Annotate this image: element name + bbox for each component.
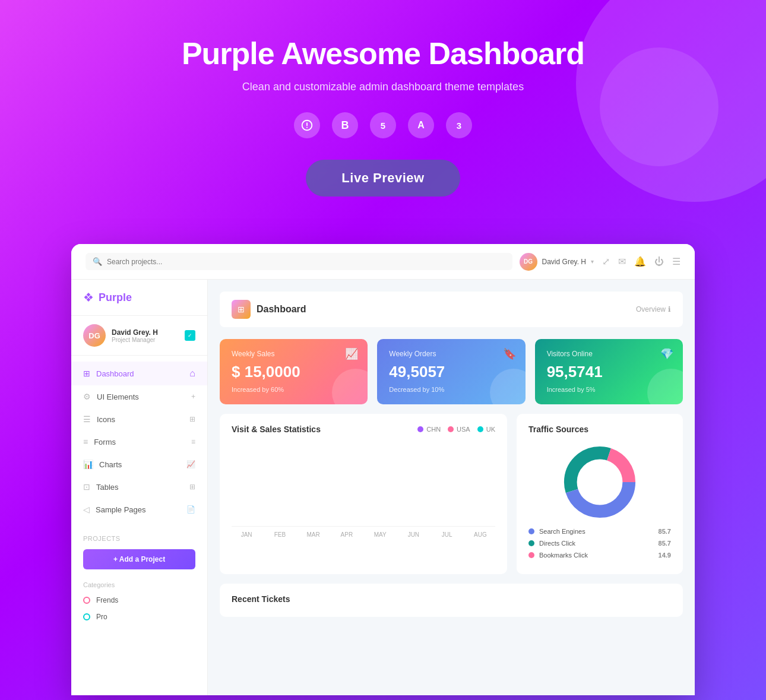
sidebar-logo: ❖ Purple	[71, 280, 207, 316]
svg-point-3	[581, 464, 618, 501]
live-preview-button[interactable]: Live Preview	[306, 160, 460, 197]
search-input[interactable]	[107, 258, 196, 266]
navbar-username: David Grey. H	[542, 258, 586, 266]
legend-label-uk: UK	[486, 426, 495, 433]
bootstrap-icon: B	[332, 112, 358, 138]
add-project-button[interactable]: + Add a Project	[83, 549, 195, 569]
sidebar-item-label: Sample Pages	[96, 505, 146, 514]
sidebar-item-ui-elements[interactable]: ⚙ UI Elements +	[71, 385, 207, 408]
bar-chart	[232, 444, 495, 527]
sample-pages-nav-indicator: 📄	[186, 505, 195, 514]
angular-icon: A	[408, 112, 434, 138]
chart-legend: CHN USA UK	[417, 426, 495, 433]
legend-dot-usa	[448, 426, 454, 432]
page-header: ⊞ Dashboard Overview ℹ	[220, 292, 683, 327]
donut-chart	[561, 444, 638, 521]
stat-card-weekly-orders: Weekly Orders 49,5057 Decreased by 10% 🔖	[377, 339, 525, 404]
sidebar-item-tables[interactable]: ⊡ Tables ⊞	[71, 476, 207, 498]
sidebar-item-label: Icons	[97, 415, 115, 424]
category-dot-pro	[83, 613, 90, 620]
hero-subtitle: Clean and customizable admin dashboard t…	[12, 81, 754, 93]
donut-container	[528, 444, 671, 521]
mail-icon[interactable]: ✉	[618, 256, 626, 267]
legend-dot-uk	[477, 426, 483, 432]
legend-chn: CHN	[417, 426, 441, 433]
menu-icon[interactable]: ☰	[672, 256, 680, 267]
legend-dot-chn	[417, 426, 423, 432]
icons-nav-indicator: ⊞	[189, 415, 195, 423]
category-pro[interactable]: Pro	[71, 609, 207, 625]
forms-nav-indicator: ≡	[191, 438, 195, 446]
dashboard-nav-icon: ⊞	[83, 369, 90, 378]
traffic-sources-card: Traffic Sources	[517, 414, 683, 574]
bar-labels: JANFEBMARAPRMAYJUNJULAUG	[232, 531, 495, 538]
dashboard-preview: 🔍 DG David Grey. H ▾ ⤢ ✉ 🔔 ⏻ ☰ ❖ Purple …	[71, 244, 695, 695]
charts-nav-icon: 📊	[83, 460, 93, 469]
sidebar-item-icons[interactable]: ☰ Icons ⊞	[71, 408, 207, 430]
traffic-item-bookmarks: Bookmarks Click 14.9	[528, 552, 671, 559]
charts-nav-indicator: 📈	[186, 460, 195, 468]
page-header-left: ⊞ Dashboard	[232, 300, 306, 319]
stat-card-weekly-sales: Weekly Sales $ 15,0000 Increased by 60% …	[220, 339, 368, 404]
bell-icon[interactable]: 🔔	[634, 256, 646, 267]
traffic-value-search: 85.7	[659, 528, 671, 535]
visit-sales-chart-card: Visit & Sales Statistics CHN USA	[220, 414, 507, 574]
overview-link[interactable]: Overview ℹ	[636, 305, 671, 313]
top-navbar: 🔍 DG David Grey. H ▾ ⤢ ✉ 🔔 ⏻ ☰	[71, 244, 695, 280]
category-frends[interactable]: Frends	[71, 592, 207, 609]
charts-row: Visit & Sales Statistics CHN USA	[220, 414, 683, 574]
traffic-value-bookmarks: 14.9	[659, 552, 671, 559]
main-content: ⊞ Dashboard Overview ℹ Weekly Sales $ 15…	[208, 280, 695, 695]
dashboard-nav-indicator: ⌂	[189, 368, 195, 379]
traffic-chart-header: Traffic Sources	[528, 425, 671, 434]
logo-icon: ❖	[83, 290, 94, 305]
bar-label-mar: MAR	[299, 531, 328, 538]
hero-title: Purple Awesome Dashboard	[12, 36, 754, 71]
recent-tickets-title: Recent Tickets	[232, 594, 671, 604]
traffic-item-search: Search Engines 85.7	[528, 528, 671, 535]
bar-label-may: MAY	[365, 531, 395, 538]
tech-icons-row: B 5 A 3	[12, 112, 754, 138]
dash-inner: ❖ Purple DG David Grey. H Project Manage…	[71, 280, 695, 695]
sidebar-item-sample-pages[interactable]: ◁ Sample Pages 📄	[71, 498, 207, 521]
dash-content: ⊞ Dashboard Overview ℹ Weekly Sales $ 15…	[208, 280, 695, 629]
logo-text: Purple	[99, 292, 132, 304]
ui-elements-nav-indicator: +	[191, 392, 195, 401]
category-label-frends: Frends	[96, 596, 118, 604]
power-icon[interactable]: ⏻	[654, 256, 664, 267]
page-header-icon: ⊞	[232, 300, 251, 319]
sidebar-item-label: Charts	[99, 460, 122, 469]
chart-title: Visit & Sales Statistics	[232, 425, 321, 434]
category-label-pro: Pro	[96, 613, 107, 621]
stats-grid: Weekly Sales $ 15,0000 Increased by 60% …	[220, 339, 683, 404]
traffic-label-bookmarks: Bookmarks Click	[539, 552, 588, 559]
overview-label: Overview	[636, 305, 666, 313]
stat-icon-weekly-sales: 📈	[345, 347, 358, 360]
css3-icon: 3	[446, 112, 472, 138]
traffic-dot-search	[528, 528, 534, 534]
recent-tickets-section: Recent Tickets	[220, 584, 683, 617]
legend-usa: USA	[448, 426, 470, 433]
traffic-sources-list: Search Engines 85.7 Directs Click 85.7	[528, 528, 671, 559]
sidebar-item-charts[interactable]: 📊 Charts 📈	[71, 453, 207, 476]
sidebar-item-forms[interactable]: ≡ Forms ≡	[71, 430, 207, 453]
navbar-user: DG David Grey. H ▾	[520, 253, 594, 271]
chart-header: Visit & Sales Statistics CHN USA	[232, 425, 495, 434]
sidebar-item-label: Dashboard	[96, 369, 134, 378]
sidebar-item-label: Forms	[94, 438, 116, 446]
sidebar-avatar: DG	[83, 324, 106, 347]
page-title: Dashboard	[257, 304, 306, 315]
categories-section-title: Categories	[71, 574, 207, 592]
info-icon: ℹ	[668, 305, 671, 313]
search-bar[interactable]: 🔍	[86, 253, 512, 270]
forms-nav-icon: ≡	[83, 437, 88, 446]
sidebar: ❖ Purple DG David Grey. H Project Manage…	[71, 280, 208, 695]
stat-label-visitors: Visitors Online	[547, 350, 671, 358]
sidebar-item-dashboard[interactable]: ⊞ Dashboard ⌂	[71, 362, 207, 385]
sidebar-item-label: UI Elements	[97, 392, 139, 401]
category-dot-frends	[83, 597, 90, 604]
legend-label-chn: CHN	[426, 426, 441, 433]
stat-label-weekly-orders: Weekly Orders	[389, 350, 513, 358]
expand-icon[interactable]: ⤢	[602, 256, 610, 267]
sass-icon	[294, 112, 320, 138]
